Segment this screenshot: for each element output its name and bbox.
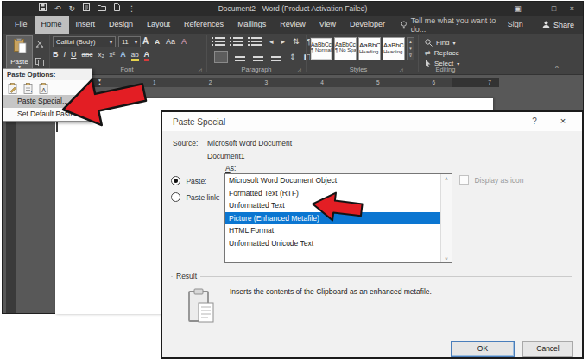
style-preview: AaBbCcDd xyxy=(311,41,332,47)
bullet-list-icon[interactable] xyxy=(215,37,225,46)
minimize-button[interactable]: — xyxy=(527,2,545,16)
text-cursor xyxy=(56,121,58,132)
styles-gallery-scrollbar[interactable]: ▴ ▾ ⊽ xyxy=(407,37,414,60)
font-color-icon[interactable]: A xyxy=(144,50,150,61)
vertical-ruler xyxy=(6,89,16,313)
ruler-number: 7 xyxy=(488,78,491,87)
share-button[interactable]: Share xyxy=(542,16,574,34)
align-left-icon[interactable] xyxy=(215,52,227,62)
style-normal[interactable]: AaBbCcDd ¶ Normal xyxy=(310,37,332,60)
result-text: Inserts the contents of the Clipboard as… xyxy=(230,287,523,296)
replace-button[interactable]: ⇄ Replace xyxy=(425,47,459,58)
paste-special-dialog: Paste Special ? × Source: Microsoft Word… xyxy=(161,110,584,359)
editing-group-label: Editing xyxy=(420,66,471,73)
font-dialog-launcher-icon[interactable]: ◿ xyxy=(198,66,202,72)
superscript-icon[interactable]: x² xyxy=(110,51,116,59)
ruler-number: 4 xyxy=(320,78,324,87)
share-label: Share xyxy=(553,21,574,29)
tab-mailings[interactable]: Mailings xyxy=(231,16,273,34)
list-item[interactable]: Unformatted Unicode Text xyxy=(225,237,452,250)
font-size-combo[interactable]: 11 ▾ xyxy=(118,36,141,47)
collapse-ribbon-icon[interactable]: ^ xyxy=(555,64,559,72)
paste-button[interactable]: Paste ▾ xyxy=(6,35,33,72)
tab-review[interactable]: Review xyxy=(273,16,313,34)
cancel-button[interactable]: Cancel xyxy=(522,341,573,357)
dialog-help-icon[interactable]: ? xyxy=(528,116,541,126)
multilevel-list-icon[interactable] xyxy=(251,37,262,46)
italic-icon[interactable]: I xyxy=(64,50,66,59)
tab-home[interactable]: Home xyxy=(35,16,69,34)
tab-developer[interactable]: Developer xyxy=(343,16,392,34)
source-name: Document1 xyxy=(207,152,244,160)
strikethrough-icon[interactable]: abc xyxy=(82,51,93,59)
dialog-close-icon[interactable]: × xyxy=(556,116,570,126)
close-button[interactable]: × xyxy=(563,2,581,16)
ruler-number: 3 xyxy=(264,78,268,87)
font-name-combo[interactable]: Calibri (Body) ▾ xyxy=(53,36,116,47)
font-name-value: Calibri (Body) xyxy=(56,37,95,47)
paste-radio[interactable]: Paste: xyxy=(171,176,206,185)
style-no-spacing[interactable]: AaBbCcDd ¶ No Spac... xyxy=(334,37,357,60)
change-case-icon[interactable]: Aa xyxy=(166,37,175,46)
tab-references[interactable]: References xyxy=(177,16,231,34)
sort-icon[interactable]: ⇅ xyxy=(293,37,300,46)
paragraph-dialog-launcher-icon[interactable]: ◿ xyxy=(297,66,301,72)
listbox-scrollbar[interactable]: ∧ ∨ xyxy=(440,174,452,262)
tab-file[interactable]: File xyxy=(8,16,35,34)
tab-insert[interactable]: Insert xyxy=(69,16,103,34)
clear-formatting-icon[interactable]: A xyxy=(181,37,187,46)
window-title: Document2 - Word (Product Activation Fai… xyxy=(3,2,583,16)
styles-scroll-down-icon[interactable]: ▾ xyxy=(408,45,414,52)
find-button[interactable]: Find ▾ xyxy=(425,37,459,47)
ruler-number: 6 xyxy=(433,78,436,87)
tab-design[interactable]: Design xyxy=(102,16,140,34)
display-as-icon-checkbox[interactable] xyxy=(459,175,469,185)
ruler-number: 5 xyxy=(376,78,380,87)
text-effects-icon[interactable]: A xyxy=(120,50,126,59)
styles-more-icon[interactable]: ⊽ xyxy=(408,52,414,59)
numbered-list-icon[interactable] xyxy=(233,37,243,46)
result-clipboard-icon xyxy=(187,288,216,324)
increase-indent-icon[interactable]: ▸ xyxy=(281,37,286,46)
line-spacing-icon[interactable]: ⇕ xyxy=(289,53,296,61)
display-as-icon-option[interactable]: Display as icon xyxy=(459,175,524,185)
ribbon-tab-row: File Home Insert Design Layout Reference… xyxy=(3,16,583,34)
result-label: Result xyxy=(173,272,200,280)
font-row2-icons: B I U abc x₂ x² A ab A xyxy=(53,50,149,61)
paste-radio-button[interactable] xyxy=(171,176,180,185)
grow-font-icon[interactable]: A xyxy=(142,36,149,46)
scroll-down-icon[interactable]: ∨ xyxy=(441,255,452,261)
align-right-icon[interactable] xyxy=(253,53,263,61)
align-center-icon[interactable] xyxy=(235,53,245,61)
shrink-font-icon[interactable]: A xyxy=(155,38,160,46)
result-group-divider: Result xyxy=(171,276,572,277)
tab-layout[interactable]: Layout xyxy=(140,16,177,34)
style-heading1[interactable]: AaBbCc Heading 1 xyxy=(358,37,381,60)
paste-link-radio-button[interactable] xyxy=(171,192,180,202)
ribbon-display-options-icon[interactable]: ▣ xyxy=(509,2,527,16)
tell-me-box[interactable]: Tell me what you want to do... xyxy=(401,16,508,34)
font-size-dropdown-icon: ▾ xyxy=(135,37,137,47)
decrease-indent-icon[interactable]: ◂ xyxy=(269,37,274,46)
justify-icon[interactable] xyxy=(271,53,281,61)
text-highlight-icon[interactable]: ab xyxy=(131,51,139,61)
styles-scroll-up-icon[interactable]: ▴ xyxy=(408,38,414,45)
underline-icon[interactable]: U xyxy=(71,50,77,59)
scroll-up-icon[interactable]: ∧ xyxy=(441,175,452,181)
cut-icon[interactable] xyxy=(35,36,44,52)
styles-dialog-launcher-icon[interactable]: ◿ xyxy=(399,66,403,72)
subscript-icon[interactable]: x₂ xyxy=(98,51,104,59)
ok-button[interactable]: OK xyxy=(451,341,515,357)
style-name: ¶ Normal xyxy=(311,47,332,53)
paste-radio-label: Paste: xyxy=(186,177,206,185)
list-item[interactable]: HTML Format xyxy=(225,224,452,237)
style-heading2[interactable]: AaBbCcD Heading 2 xyxy=(383,37,405,60)
bold-icon[interactable]: B xyxy=(53,50,59,59)
tab-view[interactable]: View xyxy=(313,16,343,34)
paste-link-radio[interactable]: Paste link: xyxy=(171,192,220,202)
restore-button[interactable]: □ xyxy=(545,2,563,16)
dialog-title: Paste Special xyxy=(173,117,225,127)
list-item[interactable]: Microsoft Word Document Object xyxy=(225,174,452,187)
style-preview: AaBbCcD xyxy=(383,41,404,49)
sign-in-link[interactable]: Sign in xyxy=(508,16,530,34)
